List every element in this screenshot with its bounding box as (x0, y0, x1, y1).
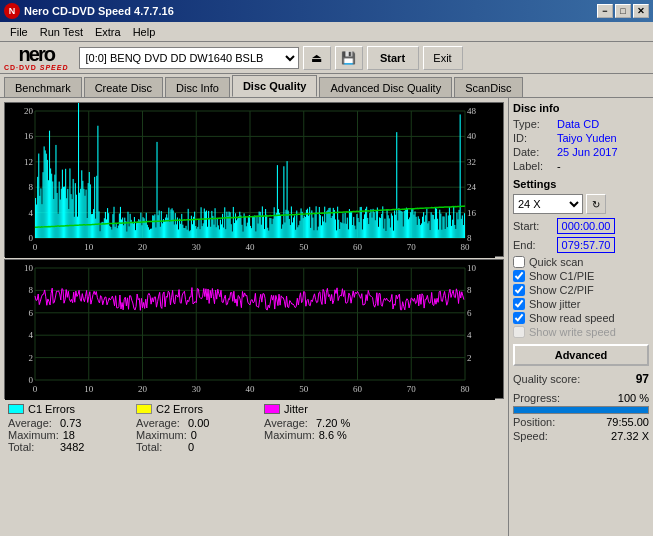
disc-id-row: ID: Taiyo Yuden (513, 132, 649, 144)
c1-max-value: 18 (63, 429, 75, 441)
show-c1pie-row: Show C1/PIE (513, 270, 649, 282)
start-time-value: 000:00.00 (557, 218, 615, 234)
drive-selector[interactable]: [0:0] BENQ DVD DD DW1640 BSLB (79, 47, 299, 69)
eject-button[interactable]: ⏏ (303, 46, 331, 70)
menu-bar: File Run Test Extra Help (0, 22, 653, 42)
maximize-button[interactable]: □ (615, 4, 631, 18)
date-value: 25 Jun 2017 (557, 146, 618, 158)
exit-button[interactable]: Exit (423, 46, 463, 70)
c2-max-value: 0 (191, 429, 197, 441)
quick-scan-label: Quick scan (529, 256, 583, 268)
c2-avg-label: Average: (136, 417, 184, 429)
progress-row: Progress: 100 % (513, 392, 649, 404)
jitter-avg-label: Average: (264, 417, 312, 429)
tab-disc-quality[interactable]: Disc Quality (232, 75, 318, 97)
c2-total-value: 0 (188, 441, 194, 453)
minimize-button[interactable]: − (597, 4, 613, 18)
position-row: Position: 79:55.00 (513, 416, 649, 428)
c1-avg-label: Average: (8, 417, 56, 429)
show-c2pif-checkbox[interactable] (513, 284, 525, 296)
speed-row: Speed: 27.32 X (513, 430, 649, 442)
tab-disc-info[interactable]: Disc Info (165, 77, 230, 97)
speed-label: Speed: (513, 430, 548, 442)
menu-run-test[interactable]: Run Test (34, 24, 89, 40)
c2-avg-value: 0.00 (188, 417, 209, 429)
legend-c2: C2 Errors Average: 0.00 Maximum: 0 Total… (136, 403, 256, 459)
c1-max-label: Maximum: (8, 429, 59, 441)
legend-jitter: Jitter Average: 7.20 % Maximum: 8.6 % (264, 403, 384, 459)
c2-max-label: Maximum: (136, 429, 187, 441)
position-label: Position: (513, 416, 555, 428)
end-time-label: End: (513, 239, 557, 251)
close-button[interactable]: ✕ (633, 4, 649, 18)
show-c2pif-label: Show C2/PIF (529, 284, 594, 296)
disc-type-row: Type: Data CD (513, 118, 649, 130)
disc-label-row: Label: - (513, 160, 649, 172)
quick-scan-row: Quick scan (513, 256, 649, 268)
date-label: Date: (513, 146, 557, 158)
show-jitter-checkbox[interactable] (513, 298, 525, 310)
top-chart (4, 102, 504, 257)
show-read-speed-row: Show read speed (513, 312, 649, 324)
legend-c1: C1 Errors Average: 0.73 Maximum: 18 Tota… (8, 403, 128, 459)
id-value: Taiyo Yuden (557, 132, 617, 144)
c1-total-value: 3482 (60, 441, 84, 453)
save-button[interactable]: 💾 (335, 46, 363, 70)
progress-label: Progress: (513, 392, 560, 404)
disc-label-value: - (557, 160, 561, 172)
advanced-button[interactable]: Advanced (513, 344, 649, 366)
id-label: ID: (513, 132, 557, 144)
jitter-avg-value: 7.20 % (316, 417, 350, 429)
start-button[interactable]: Start (367, 46, 419, 70)
c1-color-box (8, 404, 24, 414)
window-controls: − □ ✕ (597, 4, 649, 18)
show-write-speed-row: Show write speed (513, 326, 649, 338)
tab-create-disc[interactable]: Create Disc (84, 77, 163, 97)
show-write-speed-label: Show write speed (529, 326, 616, 338)
settings-title: Settings (513, 178, 649, 190)
app-title: Nero CD-DVD Speed 4.7.7.16 (24, 5, 174, 17)
bottom-chart (4, 259, 504, 399)
tab-advanced-disc-quality[interactable]: Advanced Disc Quality (319, 77, 452, 97)
menu-extra[interactable]: Extra (89, 24, 127, 40)
type-label: Type: (513, 118, 557, 130)
show-c1pie-label: Show C1/PIE (529, 270, 594, 282)
progress-section: Progress: 100 % Position: 79:55.00 Speed… (513, 392, 649, 442)
show-read-speed-checkbox[interactable] (513, 312, 525, 324)
type-value: Data CD (557, 118, 599, 130)
menu-file[interactable]: File (4, 24, 34, 40)
quality-score-label: Quality score: (513, 373, 580, 385)
c1-label: C1 Errors (28, 403, 75, 415)
progress-bar-fill (514, 407, 648, 413)
show-write-speed-checkbox[interactable] (513, 326, 525, 338)
jitter-max-label: Maximum: (264, 429, 315, 441)
start-time-row: Start: 000:00.00 (513, 218, 649, 234)
jitter-label: Jitter (284, 403, 308, 415)
jitter-max-value: 8.6 % (319, 429, 347, 441)
refresh-button[interactable]: ↻ (586, 194, 606, 214)
tab-scan-disc[interactable]: ScanDisc (454, 77, 522, 97)
quick-scan-checkbox[interactable] (513, 256, 525, 268)
right-panel: Disc info Type: Data CD ID: Taiyo Yuden … (508, 98, 653, 536)
disc-info-title: Disc info (513, 102, 649, 114)
end-time-row: End: 079:57.70 (513, 237, 649, 253)
show-read-speed-label: Show read speed (529, 312, 615, 324)
settings-section: Settings 24 X ↻ Start: 000:00.00 End: 07… (513, 178, 649, 366)
quality-score-value: 97 (636, 372, 649, 386)
chart-area: C1 Errors Average: 0.73 Maximum: 18 Tota… (0, 98, 508, 536)
menu-help[interactable]: Help (127, 24, 162, 40)
progress-bar (513, 406, 649, 414)
speed-selector[interactable]: 24 X (513, 194, 583, 214)
jitter-color-box (264, 404, 280, 414)
show-jitter-row: Show jitter (513, 298, 649, 310)
tab-benchmark[interactable]: Benchmark (4, 77, 82, 97)
logo: nero CD·DVD SPEED (4, 44, 69, 71)
c1-avg-value: 0.73 (60, 417, 81, 429)
speed-value: 27.32 X (611, 430, 649, 442)
c2-color-box (136, 404, 152, 414)
c2-label: C2 Errors (156, 403, 203, 415)
show-c1pie-checkbox[interactable] (513, 270, 525, 282)
title-bar: N Nero CD-DVD Speed 4.7.7.16 − □ ✕ (0, 0, 653, 22)
show-c2pif-row: Show C2/PIF (513, 284, 649, 296)
c2-total-label: Total: (136, 441, 184, 453)
